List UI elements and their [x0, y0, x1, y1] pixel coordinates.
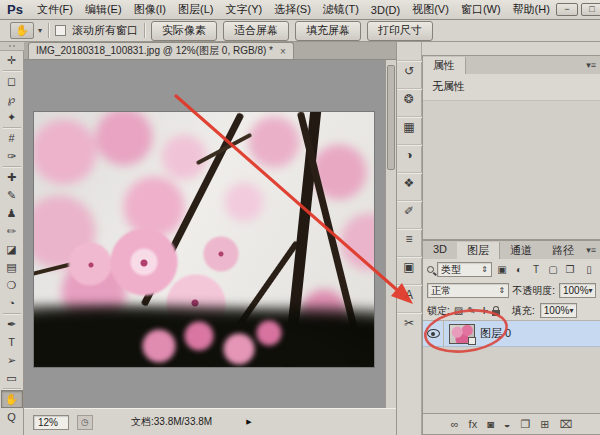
menu-3d[interactable]: 3D(D) [365, 4, 406, 16]
new-group-icon[interactable]: ❐ [520, 418, 530, 431]
lock-image-pixels-icon[interactable]: ✎ [467, 305, 475, 316]
menu-type[interactable]: 文字(Y) [219, 2, 268, 17]
blend-mode-select[interactable]: 正常 ⇕ [427, 283, 509, 298]
canvas[interactable] [24, 60, 396, 408]
lasso-tool[interactable]: ℘ [1, 90, 23, 108]
maximize-button[interactable]: □ [581, 3, 600, 16]
brush-tool[interactable]: ✎ [1, 186, 23, 204]
document-size-info: 文档:33.8M/33.8M [131, 415, 212, 429]
history-panel-icon[interactable]: ↺ [397, 60, 422, 80]
adjustments-panel-icon[interactable]: ◑ [397, 144, 422, 164]
zoom-tool[interactable]: Q [1, 408, 23, 426]
brush-panel-icon[interactable]: ✐ [397, 200, 422, 220]
filter-toggle-icon[interactable]: ▯ [582, 262, 596, 277]
lock-position-icon[interactable]: ✛ [480, 305, 488, 316]
hand-tool-preset-button[interactable]: ✋ [10, 22, 34, 39]
hand-tool[interactable]: ✋ [1, 390, 23, 408]
tab-paths[interactable]: 路径 [542, 242, 584, 259]
lock-transparent-pixels-icon[interactable]: ▨ [454, 305, 463, 316]
menu-select[interactable]: 选择(S) [268, 2, 317, 17]
dodge-tool[interactable]: ◔ [1, 294, 23, 312]
shape-layer-filter-icon[interactable]: ▢ [546, 262, 560, 277]
fill-select[interactable]: 100% ▾ [540, 303, 577, 318]
panel-menu-icon[interactable]: ▾≡ [586, 245, 596, 255]
chevron-down-icon: ▾ [569, 306, 573, 315]
magic-wand-tool[interactable]: ✦ [1, 108, 23, 126]
tools-panel-icon[interactable]: ✂ [397, 312, 422, 332]
filter-kind-select[interactable]: 类型 ⇕ [437, 262, 492, 277]
menu-window[interactable]: 窗口(W) [455, 2, 507, 17]
menu-view[interactable]: 视图(V) [406, 2, 455, 17]
layer-visibility-cell[interactable] [423, 321, 444, 347]
gradient-tool[interactable]: ▤ [1, 258, 23, 276]
color-panel-icon[interactable]: ❂ [397, 88, 422, 108]
fit-screen-button[interactable]: 适合屏幕 [223, 21, 289, 41]
print-size-button[interactable]: 打印尺寸 [367, 21, 433, 41]
menu-help[interactable]: 帮助(H) [507, 2, 556, 17]
crop-tool[interactable]: # [1, 129, 23, 147]
tab-close-icon[interactable]: × [280, 46, 286, 57]
scroll-all-windows-checkbox[interactable] [55, 25, 66, 36]
new-adjustment-layer-icon[interactable]: ◒ [504, 418, 511, 430]
link-layers-icon[interactable]: ∞ [451, 418, 459, 430]
eraser-tool[interactable]: ◪ [1, 240, 23, 258]
type-layer-filter-icon[interactable]: T [529, 262, 543, 277]
canvas-vertical-scrollbar[interactable] [385, 60, 396, 408]
new-layer-icon[interactable]: ⊞ [540, 418, 549, 431]
layer-list: 图层 0 [423, 320, 600, 413]
layer-row-selected[interactable]: 图层 0 [423, 321, 600, 347]
menu-layer[interactable]: 图层(L) [172, 2, 219, 17]
lock-all-icon[interactable] [492, 310, 500, 316]
pen-tool[interactable]: ✒ [1, 315, 23, 333]
document-tab[interactable]: IMG_20180318_100831.jpg @ 12%(图层 0, RGB/… [28, 42, 294, 59]
character-panel-icon[interactable]: A [397, 284, 422, 304]
tab-channels[interactable]: 通道 [500, 242, 542, 259]
move-tool[interactable]: ✛ [1, 51, 23, 69]
styles-panel-icon[interactable]: ❖ [397, 172, 422, 192]
chevron-down-icon[interactable]: ▾ [38, 26, 42, 35]
blur-tool[interactable]: ❍ [1, 276, 23, 294]
menu-file[interactable]: 文件(F) [31, 2, 79, 17]
blend-mode-row: 正常 ⇕ 不透明度: 100% ▾ [423, 280, 600, 301]
shape-tool[interactable]: ▭ [1, 369, 23, 387]
fill-screen-button[interactable]: 填充屏幕 [295, 21, 361, 41]
scrollbar-thumb[interactable] [387, 65, 395, 170]
adjustment-layer-filter-icon[interactable]: ◐ [512, 262, 526, 277]
tool-presets-panel-icon[interactable]: ≡ [397, 228, 422, 248]
status-menu-icon[interactable]: ◷ [77, 415, 93, 430]
marquee-tool[interactable]: ◻ [1, 72, 23, 90]
toolbox-separator [3, 70, 21, 71]
history-brush-tool[interactable]: ✏ [1, 222, 23, 240]
layer-style-icon[interactable]: fx [469, 418, 478, 430]
layer-filter-row: 类型 ⇕ ▣ ◐ T ▢ ❐ ▯ [423, 259, 600, 280]
pixel-layer-filter-icon[interactable]: ▣ [495, 262, 509, 277]
clone-stamp-tool[interactable]: ♟ [1, 204, 23, 222]
tab-properties[interactable]: 属性 [423, 57, 466, 74]
tab-3d[interactable]: 3D [423, 242, 457, 259]
delete-layer-icon[interactable]: ⌧ [560, 418, 573, 431]
status-expand-icon[interactable]: ▶ [246, 418, 251, 426]
toolbox-collapse-grip[interactable] [0, 42, 24, 51]
clone-source-panel-icon[interactable]: ▣ [397, 256, 422, 276]
opacity-select[interactable]: 100% ▾ [559, 283, 596, 298]
layer-thumbnail[interactable] [449, 324, 475, 344]
actual-pixels-button[interactable]: 实际像素 [151, 21, 217, 41]
properties-panel-body [423, 101, 600, 239]
menu-image[interactable]: 图像(I) [128, 2, 172, 17]
swatches-panel-icon[interactable]: ▦ [397, 116, 422, 136]
path-selection-tool[interactable]: ➢ [1, 351, 23, 369]
filter-kind-label: 类型 [441, 263, 461, 277]
menu-filter[interactable]: 滤镜(T) [317, 2, 365, 17]
scroll-all-windows-label[interactable]: 滚动所有窗口 [72, 23, 138, 38]
tab-layers[interactable]: 图层 [457, 242, 500, 259]
panel-menu-icon[interactable]: ▾≡ [586, 60, 596, 70]
minimize-button[interactable]: − [556, 3, 578, 16]
eyedropper-tool[interactable]: ✑ [1, 147, 23, 165]
panel-icon-strip: ↺ ❂ ▦ ◑ ❖ ✐ ≡ ▣ A ✂ [397, 42, 422, 435]
healing-brush-tool[interactable]: ✚ [1, 168, 23, 186]
add-layer-mask-icon[interactable]: ◙ [487, 418, 494, 430]
zoom-level-field[interactable]: 12% [33, 415, 69, 430]
menu-edit[interactable]: 编辑(E) [79, 2, 128, 17]
smart-object-filter-icon[interactable]: ❐ [563, 262, 577, 277]
type-tool[interactable]: T [1, 333, 23, 351]
